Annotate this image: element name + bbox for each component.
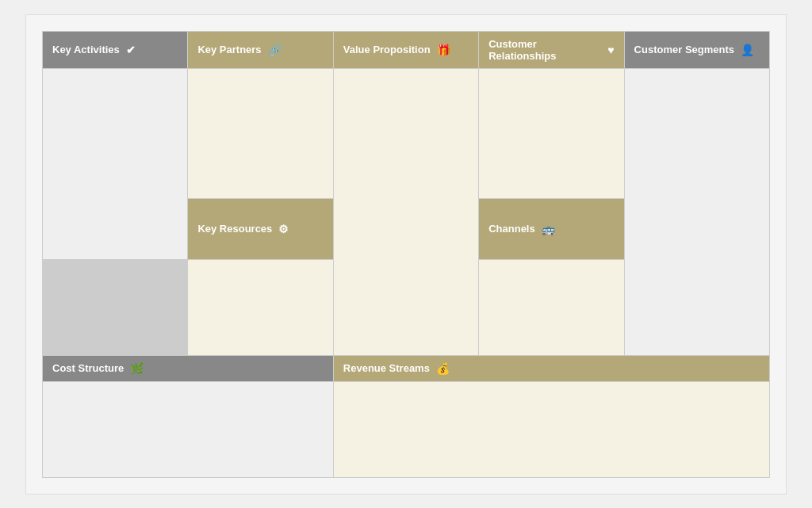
value-proposition-icon: 🎁: [437, 44, 450, 56]
customer-relationships-icon: ♥: [607, 44, 614, 56]
channels-label: Channels: [488, 223, 535, 235]
key-activities-icon: ✔: [126, 44, 136, 56]
channels-icon: 🚌: [542, 223, 555, 235]
key-resources-label: Key Resources: [197, 223, 272, 235]
channels-body[interactable]: [479, 260, 623, 355]
cost-structure-icon: 🌿: [130, 362, 144, 375]
revenue-streams-label: Revenue Streams: [343, 362, 430, 374]
key-resources-header[interactable]: Key Resources ⚙: [188, 199, 332, 259]
key-resources-body[interactable]: [188, 260, 332, 355]
channels-header[interactable]: Channels 🚌: [479, 199, 623, 259]
customer-segments-body[interactable]: [625, 69, 769, 355]
cost-structure-label: Cost Structure: [52, 362, 124, 374]
key-activities-body[interactable]: [43, 69, 187, 259]
canvas-container: Key Activities ✔ Key Partners 🔗 Value Pr…: [25, 14, 787, 495]
cost-structure-header[interactable]: Cost Structure 🌿: [43, 356, 333, 381]
key-partners-label: Key Partners: [197, 44, 261, 55]
customer-relationships-header[interactable]: Customer Relationships ♥: [479, 32, 623, 68]
key-partners-header[interactable]: Key Partners 🔗: [188, 32, 332, 68]
key-resources-icon: ⚙: [278, 223, 289, 235]
customer-relationships-body[interactable]: [479, 69, 623, 199]
customer-segments-label: Customer Segments: [634, 44, 734, 55]
customer-relationships-label: Customer Relationships: [488, 38, 601, 62]
business-model-canvas: Key Activities ✔ Key Partners 🔗 Value Pr…: [42, 31, 770, 478]
revenue-streams-header[interactable]: Revenue Streams 💰: [334, 356, 769, 381]
value-proposition-body[interactable]: [334, 69, 478, 355]
key-partners-body[interactable]: [188, 69, 332, 199]
key-partners-icon: 🔗: [268, 44, 282, 56]
value-proposition-label: Value Proposition: [343, 44, 431, 55]
value-proposition-header[interactable]: Value Proposition 🎁: [334, 32, 478, 68]
key-activities-header[interactable]: Key Activities ✔: [43, 32, 187, 68]
revenue-streams-icon: 💰: [436, 362, 450, 375]
key-activities-label: Key Activities: [52, 44, 120, 55]
revenue-streams-body[interactable]: [334, 382, 769, 477]
customer-segments-header[interactable]: Customer Segments 👤: [625, 32, 769, 68]
customer-segments-icon: 👤: [741, 44, 754, 56]
cost-structure-body[interactable]: [43, 382, 333, 477]
